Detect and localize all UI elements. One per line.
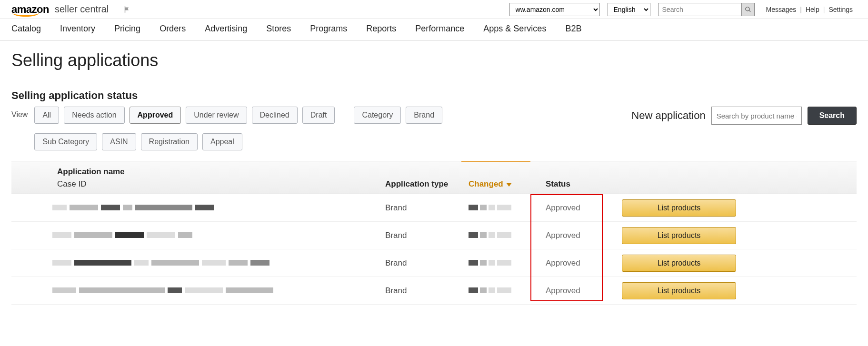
nav-advertising[interactable]: Advertising [205, 24, 247, 34]
nav-stores[interactable]: Stores [266, 24, 291, 34]
col-changed[interactable]: Changed [469, 179, 512, 189]
cell-changed-redacted [469, 260, 516, 267]
header-search-button[interactable] [741, 3, 755, 16]
filter-registration[interactable]: Registration [141, 133, 198, 150]
filter-category[interactable]: Category [354, 107, 401, 124]
header-search-input[interactable] [658, 3, 741, 16]
top-header: amazon seller central ww.amazon.com Engl… [0, 0, 868, 19]
sort-desc-icon [506, 183, 512, 187]
filter-buttons: All Needs action Approved Under review D… [34, 107, 463, 150]
cell-type: Brand [385, 286, 407, 296]
page-body: Selling applications Selling application… [0, 41, 868, 305]
view-label: View [11, 107, 28, 119]
cell-status: Approved [546, 203, 580, 213]
filter-area: View All Needs action Approved Under rev… [11, 107, 857, 150]
logo-brand: amazon [11, 3, 49, 16]
table-row: Brand Approved List products [11, 277, 857, 305]
new-application-input[interactable] [711, 107, 802, 125]
col-application-type[interactable]: Application type [385, 179, 448, 189]
cell-name-redacted [52, 287, 357, 294]
sort-indicator-line [461, 161, 530, 162]
nav-programs[interactable]: Programs [310, 24, 347, 34]
logo[interactable]: amazon seller central [11, 3, 109, 16]
search-icon [745, 6, 751, 13]
filter-all[interactable]: All [34, 107, 59, 124]
cell-changed-redacted [469, 287, 516, 294]
list-products-button[interactable]: List products [622, 199, 736, 217]
settings-link[interactable]: Settings [825, 6, 857, 13]
filter-brand[interactable]: Brand [406, 107, 442, 124]
messages-link[interactable]: Messages [762, 6, 800, 13]
cell-type: Brand [385, 231, 407, 240]
cell-name-redacted [52, 260, 357, 267]
cell-name-redacted [52, 205, 357, 211]
cell-changed-redacted [469, 205, 516, 211]
language-select[interactable]: English [608, 3, 650, 16]
cell-status: Approved [546, 258, 580, 268]
nav-orders[interactable]: Orders [160, 24, 186, 34]
page-title: Selling applications [11, 50, 857, 70]
table-row: Brand Approved List products [11, 222, 857, 249]
list-products-button[interactable]: List products [622, 227, 736, 244]
new-application-label: New application [631, 109, 705, 122]
nav-reports[interactable]: Reports [366, 24, 396, 34]
list-products-button[interactable]: List products [622, 255, 736, 272]
table-header: Application name Case ID Application typ… [11, 161, 857, 194]
help-link[interactable]: Help [802, 6, 823, 13]
filter-asin[interactable]: ASIN [102, 133, 136, 150]
filter-under-review[interactable]: Under review [186, 107, 247, 124]
nav-inventory[interactable]: Inventory [60, 24, 95, 34]
filter-appeal[interactable]: Appeal [202, 133, 242, 150]
table-row: Brand Approved List products [11, 249, 857, 277]
nav-catalog[interactable]: Catalog [11, 24, 41, 34]
page-subtitle: Selling application status [11, 89, 857, 102]
flag-icon[interactable] [123, 4, 131, 15]
main-nav: Catalog Inventory Pricing Orders Adverti… [0, 19, 868, 41]
cell-status: Approved [546, 231, 580, 240]
cell-changed-redacted [469, 232, 516, 239]
filter-sub-category[interactable]: Sub Category [34, 133, 97, 150]
list-products-button[interactable]: List products [622, 282, 736, 299]
marketplace-select[interactable]: ww.amazon.com [509, 3, 600, 16]
header-search [658, 3, 755, 16]
filter-approved[interactable]: Approved [130, 107, 181, 124]
nav-b2b[interactable]: B2B [565, 24, 581, 34]
filter-needs-action[interactable]: Needs action [64, 107, 124, 124]
filter-declined[interactable]: Declined [252, 107, 298, 124]
applications-table: Application name Case ID Application typ… [11, 161, 857, 305]
logo-product: seller central [55, 4, 109, 15]
col-application-name[interactable]: Application name Case ID [57, 167, 125, 189]
cell-name-redacted [52, 232, 357, 239]
new-application-search-button[interactable]: Search [808, 107, 857, 125]
amazon-smile-icon [12, 13, 39, 17]
filter-draft[interactable]: Draft [302, 107, 335, 124]
nav-pricing[interactable]: Pricing [114, 24, 140, 34]
cell-type: Brand [385, 258, 407, 268]
cell-type: Brand [385, 203, 407, 213]
col-status[interactable]: Status [546, 179, 570, 189]
nav-apps-services[interactable]: Apps & Services [483, 24, 546, 34]
header-links: Messages | Help | Settings [762, 6, 857, 13]
table-row: Brand Approved List products [11, 194, 857, 222]
nav-performance[interactable]: Performance [415, 24, 464, 34]
cell-status: Approved [546, 286, 580, 296]
new-application: New application Search [631, 107, 857, 125]
